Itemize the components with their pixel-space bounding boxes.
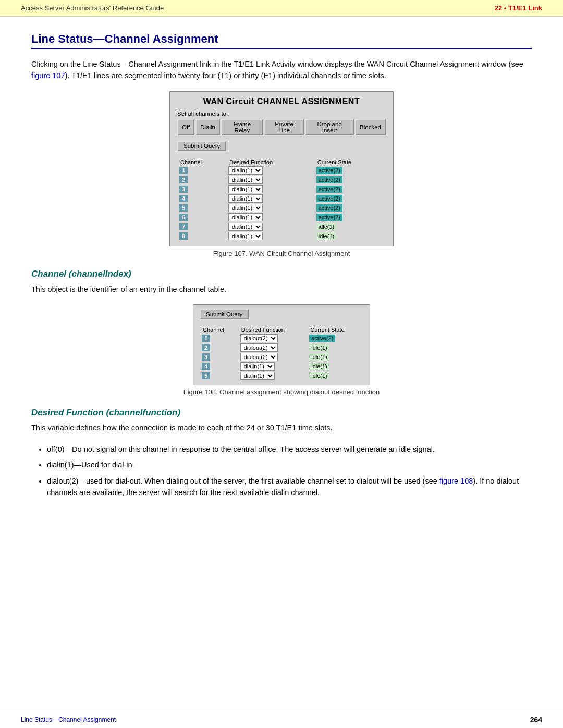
footer-left: Line Status—Channel Assignment bbox=[21, 716, 116, 723]
table-row: 5dialin(1)active(2) bbox=[177, 203, 386, 213]
figure107-container: WAN Circuit CHANNEL ASSIGNMENT Set all c… bbox=[31, 91, 532, 257]
ch-state: active(2) bbox=[314, 175, 386, 184]
ch-state: idle(1) bbox=[314, 222, 386, 231]
ch-state: active(2) bbox=[307, 334, 363, 343]
ch-state: active(2) bbox=[314, 213, 386, 222]
ch-num: 2 bbox=[177, 175, 226, 184]
ch-func[interactable]: dialin(1) bbox=[226, 213, 314, 222]
figure108-container: Submit Query Channel Desired Function Cu… bbox=[31, 304, 532, 396]
ch-state: idle(1) bbox=[314, 231, 386, 241]
ch-state: active(2) bbox=[314, 194, 386, 203]
ch-func[interactable]: dialout(2) bbox=[238, 334, 307, 343]
table-row: 7dialin(1)idle(1) bbox=[177, 222, 386, 231]
btn-frame-relay[interactable]: Frame Relay bbox=[221, 119, 263, 135]
col-desired-108: Desired Function bbox=[238, 326, 307, 334]
section-heading: Line Status—Channel Assignment bbox=[31, 32, 532, 49]
table-row: 5dialin(1)idle(1) bbox=[200, 371, 363, 380]
submit-query-btn-107[interactable]: Submit Query bbox=[177, 141, 226, 151]
table-row: 8dialin(1)idle(1) bbox=[177, 231, 386, 241]
bullet-1: off(0)—Do not signal on this channel in … bbox=[47, 443, 532, 455]
col-channel-108: Channel bbox=[200, 326, 238, 334]
ch-num: 4 bbox=[200, 362, 238, 371]
table-row: 4dialin(1)active(2) bbox=[177, 194, 386, 203]
ch-num: 2 bbox=[200, 343, 238, 352]
channel-buttons: Off Dialin Frame Relay Private Line Drop… bbox=[177, 119, 386, 135]
btn-off[interactable]: Off bbox=[177, 119, 194, 135]
ch-state: idle(1) bbox=[307, 362, 363, 371]
intro-text: Clicking on the Line Status—Channel Assi… bbox=[31, 58, 532, 82]
ch-state: idle(1) bbox=[307, 352, 363, 362]
table-row: 1dialout(2)active(2) bbox=[200, 334, 363, 343]
guide-title: Access Server Administrators' Reference … bbox=[21, 4, 164, 12]
table-row: 4dialin(1)idle(1) bbox=[200, 362, 363, 371]
table-row: 3dialout(2)idle(1) bbox=[200, 352, 363, 362]
channel-table-107: Channel Desired Function Current State 1… bbox=[177, 158, 386, 241]
ch-func[interactable]: dialin(1) bbox=[226, 222, 314, 231]
col-channel: Channel bbox=[177, 158, 226, 166]
sub-heading-channel: Channel (channelIndex) bbox=[31, 269, 532, 279]
ch-num: 8 bbox=[177, 231, 226, 241]
channel-table-108: Channel Desired Function Current State 1… bbox=[200, 326, 363, 380]
desired-text: This variable defines how the connection… bbox=[31, 422, 532, 434]
ch-func[interactable]: dialin(1) bbox=[226, 231, 314, 241]
page-footer: Line Status—Channel Assignment 264 bbox=[0, 711, 563, 728]
ch-func[interactable]: dialin(1) bbox=[238, 371, 307, 380]
ch-func[interactable]: dialin(1) bbox=[226, 166, 314, 175]
ch-num: 6 bbox=[177, 213, 226, 222]
table-row: 3dialin(1)active(2) bbox=[177, 184, 386, 194]
ch-state: active(2) bbox=[314, 203, 386, 213]
ch-num: 3 bbox=[200, 352, 238, 362]
col-current-108: Current State bbox=[307, 326, 363, 334]
figure108-caption: Figure 108. Channel assignment showing d… bbox=[183, 388, 380, 396]
ch-func[interactable]: dialin(1) bbox=[226, 194, 314, 203]
page-number: 264 bbox=[530, 715, 542, 724]
bullet-1-text: off(0)—Do not signal on this channel in … bbox=[47, 445, 435, 453]
ch-state: idle(1) bbox=[307, 343, 363, 352]
chapter-title: 22 • T1/E1 Link bbox=[495, 4, 542, 12]
figure107-link[interactable]: figure 107 bbox=[31, 71, 65, 80]
ch-num: 3 bbox=[177, 184, 226, 194]
col-current: Current State bbox=[314, 158, 386, 166]
btn-private-line[interactable]: Private Line bbox=[264, 119, 304, 135]
table-row: 2dialout(2)idle(1) bbox=[200, 343, 363, 352]
figure107-box: WAN Circuit CHANNEL ASSIGNMENT Set all c… bbox=[169, 91, 394, 246]
ch-func[interactable]: dialin(1) bbox=[238, 362, 307, 371]
ch-state: active(2) bbox=[314, 184, 386, 194]
ch-num: 1 bbox=[200, 334, 238, 343]
table-row: 6dialin(1)active(2) bbox=[177, 213, 386, 222]
wan-title: WAN Circuit CHANNEL ASSIGNMENT bbox=[177, 97, 386, 106]
btn-blocked[interactable]: Blocked bbox=[355, 119, 386, 135]
ch-num: 4 bbox=[177, 194, 226, 203]
ch-func[interactable]: dialin(1) bbox=[226, 184, 314, 194]
bullet-2-text: dialin(1)—Used for dial-in. bbox=[47, 461, 134, 469]
figure107-caption: Figure 107. WAN Circuit Channel Assignme… bbox=[213, 250, 350, 257]
main-content: Line Status—Channel Assignment Clicking … bbox=[0, 17, 563, 524]
set-channels-label: Set all channels to: bbox=[177, 110, 386, 117]
submit-query-btn-108[interactable]: Submit Query bbox=[200, 309, 249, 319]
figure108-box: Submit Query Channel Desired Function Cu… bbox=[193, 304, 370, 385]
ch-func[interactable]: dialout(2) bbox=[238, 343, 307, 352]
ch-num: 7 bbox=[177, 222, 226, 231]
ch-num: 5 bbox=[200, 371, 238, 380]
table-row: 1dialin(1)active(2) bbox=[177, 166, 386, 175]
ch-func[interactable]: dialout(2) bbox=[238, 352, 307, 362]
col-desired: Desired Function bbox=[226, 158, 314, 166]
bullet-2: dialin(1)—Used for dial-in. bbox=[47, 459, 532, 471]
ch-func[interactable]: dialin(1) bbox=[226, 175, 314, 184]
bullet-3: dialout(2)—used for dial-out. When diali… bbox=[47, 475, 532, 499]
bullet-3-text: dialout(2)—used for dial-out. When diali… bbox=[47, 477, 519, 497]
ch-num: 1 bbox=[177, 166, 226, 175]
figure108-link[interactable]: figure 108 bbox=[439, 477, 473, 485]
ch-state: idle(1) bbox=[307, 371, 363, 380]
bullet-list: off(0)—Do not signal on this channel in … bbox=[47, 443, 532, 499]
ch-func[interactable]: dialin(1) bbox=[226, 203, 314, 213]
btn-dialin[interactable]: Dialin bbox=[195, 119, 220, 135]
sub-heading-desired: Desired Function (channelfunction) bbox=[31, 408, 532, 418]
ch-num: 5 bbox=[177, 203, 226, 213]
page-header: Access Server Administrators' Reference … bbox=[0, 0, 563, 17]
btn-drop-insert[interactable]: Drop and Insert bbox=[305, 119, 354, 135]
channel-text: This object is the identifier of an entr… bbox=[31, 283, 532, 295]
ch-state: active(2) bbox=[314, 166, 386, 175]
table-row: 2dialin(1)active(2) bbox=[177, 175, 386, 184]
